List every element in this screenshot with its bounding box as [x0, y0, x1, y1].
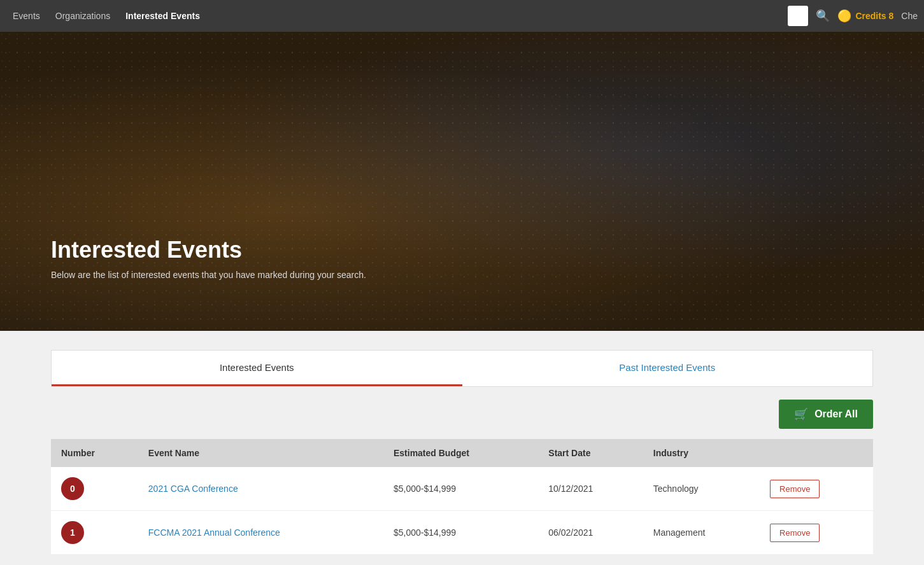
hero-section: Interested Events Below are the list of … — [0, 32, 924, 331]
tab-interested-events[interactable]: Interested Events — [52, 351, 462, 386]
credits-label: Credits 8 — [855, 11, 893, 21]
main-content: Interested Events Past Interested Events… — [0, 331, 924, 565]
col-industry: Industry — [643, 439, 760, 467]
order-all-row: 🛒 Order All — [51, 400, 873, 429]
cell-remove: Remove — [760, 467, 873, 511]
cell-industry: Management — [643, 511, 760, 555]
table-row: 1 FCCMA 2021 Annual Conference $5,000-$1… — [51, 511, 873, 555]
event-name-link[interactable]: 2021 CGA Conference — [148, 484, 238, 494]
nav-link-interested-events[interactable]: Interested Events — [125, 11, 200, 21]
cell-number: 1 — [51, 511, 138, 555]
cell-number: 0 — [51, 467, 138, 511]
hero-subtitle: Below are the list of interested events … — [51, 270, 924, 280]
cell-budget: $5,000-$14,999 — [383, 467, 538, 511]
event-name-link[interactable]: FCCMA 2021 Annual Conference — [148, 527, 280, 538]
search-icon[interactable]: 🔍 — [816, 9, 830, 23]
hero-title: Interested Events — [51, 237, 924, 263]
search-box[interactable] — [788, 6, 808, 26]
row-number-badge: 1 — [61, 521, 84, 544]
crowd-overlay — [0, 32, 924, 331]
col-start-date: Start Date — [538, 439, 643, 467]
nav-link-organizations[interactable]: Organizations — [55, 11, 110, 21]
cart-icon: 🛒 — [794, 407, 808, 421]
navbar: Events Organizations Interested Events 🔍… — [0, 0, 924, 32]
credits-display: 🟡 Credits 8 — [837, 9, 893, 23]
order-all-label: Order All — [814, 408, 858, 420]
tabs-container: Interested Events Past Interested Events — [51, 350, 873, 387]
nav-right: 🔍 🟡 Credits 8 Che — [788, 0, 924, 32]
cell-industry: Technology — [643, 467, 760, 511]
col-actions — [760, 439, 873, 467]
cell-event-name: 2021 CGA Conference — [138, 467, 383, 511]
table-header-row: Number Event Name Estimated Budget Start… — [51, 439, 873, 467]
user-label[interactable]: Che — [901, 11, 918, 21]
cell-event-name: FCCMA 2021 Annual Conference — [138, 511, 383, 555]
col-number: Number — [51, 439, 138, 467]
cell-remove: Remove — [760, 511, 873, 555]
col-budget: Estimated Budget — [383, 439, 538, 467]
cell-budget: $5,000-$14,999 — [383, 511, 538, 555]
credits-icon: 🟡 — [837, 9, 851, 23]
cell-start-date: 06/02/2021 — [538, 511, 643, 555]
remove-button[interactable]: Remove — [770, 480, 820, 498]
col-event-name: Event Name — [138, 439, 383, 467]
nav-link-events[interactable]: Events — [13, 11, 40, 21]
cell-start-date: 10/12/2021 — [538, 467, 643, 511]
table-row: 0 2021 CGA Conference $5,000-$14,999 10/… — [51, 467, 873, 511]
events-table: Number Event Name Estimated Budget Start… — [51, 439, 873, 555]
nav-links: Events Organizations Interested Events — [13, 11, 200, 21]
row-number-badge: 0 — [61, 477, 84, 500]
remove-button[interactable]: Remove — [770, 524, 820, 542]
tab-past-interested-events[interactable]: Past Interested Events — [462, 351, 873, 386]
order-all-button[interactable]: 🛒 Order All — [779, 400, 873, 429]
